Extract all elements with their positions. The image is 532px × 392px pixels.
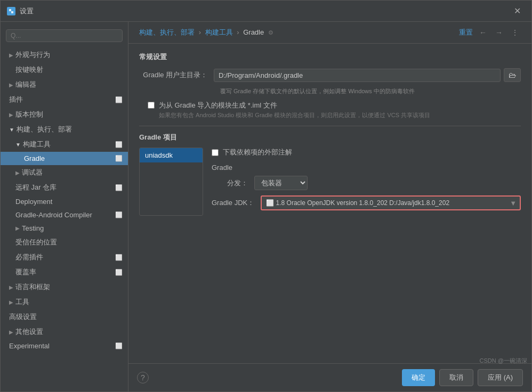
footer-buttons: 确定 取消 应用 (A)	[402, 369, 523, 386]
breadcrumb-sep2: ›	[237, 28, 239, 36]
main-content: ▶ 外观与行为 按键映射 ▶ 编辑器 插件 ⬜ ▶ 版本控制 ▼ 构建、执行、部…	[1, 22, 531, 391]
gradle-home-row: Gradle 用户主目录： 🗁	[139, 68, 521, 82]
breadcrumb-bar: 构建、执行、部署 › 构建工具 › Gradle ⚙ 重置 ← → ⋮	[128, 22, 531, 44]
sidebar-item-plugins[interactable]: 插件 ⬜	[1, 92, 128, 107]
dep-annotations-row: 下载依赖项的外部注解	[212, 148, 521, 157]
project-list-item-uniadsdk[interactable]: uniadsdk	[140, 148, 203, 162]
dep-annotations-checkbox[interactable]	[212, 149, 219, 156]
sidebar-item-label: 高级设置	[9, 312, 37, 322]
sidebar-item-label: Experimental	[9, 342, 50, 350]
gradle-android-icon: ⬜	[115, 211, 123, 218]
jdk-row: Gradle JDK： ⬜ 1.8 Oracle OpenJDK version…	[212, 195, 521, 210]
sidebar-item-debugger[interactable]: ▶ 调试器	[1, 165, 128, 180]
sidebar-item-lang-framework[interactable]: ▶ 语言和框架	[1, 280, 128, 295]
sidebar-item-label: 语言和框架	[15, 282, 50, 292]
iml-label-group: 为从 Gradle 导入的模块生成 *.iml 文件 如果您有包含 Androi…	[159, 101, 430, 119]
breadcrumb: 构建、执行、部署 › 构建工具 › Gradle ⚙	[139, 28, 273, 37]
svg-rect-1	[11, 11, 13, 13]
dep-annotations-label: 下载依赖项的外部注解	[223, 148, 292, 157]
expand-arrow: ▶	[9, 299, 13, 305]
right-panel: 构建、执行、部署 › 构建工具 › Gradle ⚙ 重置 ← → ⋮ 常规设置	[128, 22, 531, 391]
help-button[interactable]: ?	[137, 372, 149, 383]
folder-button[interactable]: 🗁	[504, 68, 521, 82]
sidebar-item-coverage[interactable]: 覆盖率 ⬜	[1, 265, 128, 280]
coverage-icon: ⬜	[115, 269, 123, 276]
sidebar-item-editor[interactable]: ▶ 编辑器	[1, 77, 128, 92]
expand-arrow: ▶	[9, 329, 13, 335]
sidebar-item-tools[interactable]: ▶ 工具	[1, 295, 128, 309]
sidebar: ▶ 外观与行为 按键映射 ▶ 编辑器 插件 ⬜ ▶ 版本控制 ▼ 构建、执行、部…	[1, 22, 128, 391]
sidebar-item-label: 版本控制	[15, 110, 43, 119]
breadcrumb-gradle: Gradle	[243, 28, 264, 36]
sidebar-item-gradle-android[interactable]: Gradle-Android Compiler ⬜	[1, 208, 128, 222]
jdk-label: Gradle JDK：	[212, 198, 261, 208]
gradle-icon: ⬜	[115, 155, 123, 162]
close-button[interactable]: ✕	[510, 4, 525, 18]
sidebar-item-other[interactable]: ▶ 其他设置	[1, 324, 128, 339]
sidebar-item-label: Testing	[22, 224, 44, 232]
gradle-subsection-title: Gradle	[212, 164, 521, 172]
remote-jar-icon: ⬜	[115, 184, 123, 191]
sidebar-item-label: Gradle	[24, 154, 45, 162]
breadcrumb-buildtools[interactable]: 构建工具	[205, 28, 233, 36]
sidebar-item-keymap[interactable]: 按键映射	[1, 62, 128, 77]
more-menu-button[interactable]: ⋮	[509, 27, 521, 38]
sidebar-item-label: Deployment	[15, 198, 52, 206]
sidebar-item-label: Gradle-Android Compiler	[15, 211, 92, 219]
breadcrumb-build[interactable]: 构建、执行、部署	[139, 28, 195, 36]
sidebar-item-label: 覆盖率	[15, 267, 36, 277]
plugin-icon: ⬜	[115, 96, 123, 103]
sidebar-item-appearance[interactable]: ▶ 外观与行为	[1, 47, 128, 62]
gradle-home-input[interactable]	[214, 69, 501, 82]
forward-button[interactable]: →	[493, 27, 505, 38]
expand-arrow: ▼	[9, 127, 14, 133]
expand-arrow: ▶	[9, 284, 13, 290]
cancel-button[interactable]: 取消	[439, 369, 473, 386]
sidebar-item-experimental[interactable]: Experimental ⬜	[1, 339, 128, 353]
reset-button[interactable]: 重置	[459, 28, 473, 37]
distribution-select[interactable]: 包装器 本地安装 指定位置	[254, 176, 308, 190]
expand-arrow: ▼	[15, 142, 21, 148]
sidebar-item-label: 构建工具	[23, 140, 51, 149]
sidebar-item-remote-jar[interactable]: 远程 Jar 仓库 ⬜	[1, 180, 128, 195]
sidebar-item-label: 远程 Jar 仓库	[15, 183, 57, 192]
sidebar-item-label: 外观与行为	[15, 50, 50, 60]
sidebar-item-version-control[interactable]: ▶ 版本控制	[1, 107, 128, 122]
section-divider	[139, 126, 521, 126]
sidebar-item-advanced[interactable]: 高级设置	[1, 309, 128, 324]
jdk-select[interactable]: ⬜ 1.8 Oracle OpenJDK version 1.8.0_202 D…	[261, 195, 521, 210]
sidebar-item-label: 编辑器	[15, 80, 36, 89]
sidebar-item-label: 工具	[15, 297, 29, 307]
sidebar-item-build-execution[interactable]: ▼ 构建、执行、部署	[1, 122, 128, 137]
iml-checkbox-row: 为从 Gradle 导入的模块生成 *.iml 文件 如果您有包含 Androi…	[139, 101, 521, 119]
sidebar-item-deployment[interactable]: Deployment	[1, 195, 128, 208]
iml-checkbox-hint: 如果您有包含 Android Studio 模块和 Gradle 模块的混合项目…	[159, 111, 430, 119]
panel-scroll: 常规设置 Gradle 用户主目录： 🗁 覆写 Gradle 存储下载文件的默认…	[128, 44, 531, 363]
app-icon	[7, 7, 15, 15]
distribution-label: 分发：	[212, 178, 254, 188]
sidebar-item-gradle[interactable]: Gradle ⬜	[1, 152, 128, 165]
expand-arrow: ▶	[9, 52, 13, 58]
sidebar-item-testing[interactable]: ▶ Testing	[1, 222, 128, 235]
experimental-icon: ⬜	[115, 342, 123, 349]
req-plugins-icon: ⬜	[115, 254, 123, 261]
search-box	[1, 26, 128, 45]
sidebar-item-label: 必需插件	[15, 252, 43, 262]
search-input[interactable]	[6, 29, 123, 42]
sidebar-item-trusted[interactable]: 受信任的位置	[1, 235, 128, 250]
apply-button[interactable]: 应用 (A)	[478, 369, 523, 386]
general-settings-title: 常规设置	[139, 52, 521, 62]
ok-button[interactable]: 确定	[402, 369, 435, 386]
distribution-row: 分发： 包装器 本地安装 指定位置	[212, 176, 521, 190]
sidebar-item-required-plugins[interactable]: 必需插件 ⬜	[1, 250, 128, 265]
footer-bar: ? 确定 取消 应用 (A)	[128, 363, 531, 391]
sidebar-item-label: 受信任的位置	[15, 238, 57, 247]
sidebar-item-label: 其他设置	[15, 327, 43, 337]
sidebar-item-label: 按键映射	[15, 65, 43, 75]
expand-arrow: ▶	[15, 225, 20, 231]
expand-arrow: ▶	[9, 112, 13, 118]
iml-checkbox-label: 为从 Gradle 导入的模块生成 *.iml 文件	[159, 101, 430, 110]
iml-checkbox[interactable]	[148, 102, 155, 109]
sidebar-item-build-tools[interactable]: ▼ 构建工具 ⬜	[1, 137, 128, 152]
back-button[interactable]: ←	[477, 27, 489, 38]
